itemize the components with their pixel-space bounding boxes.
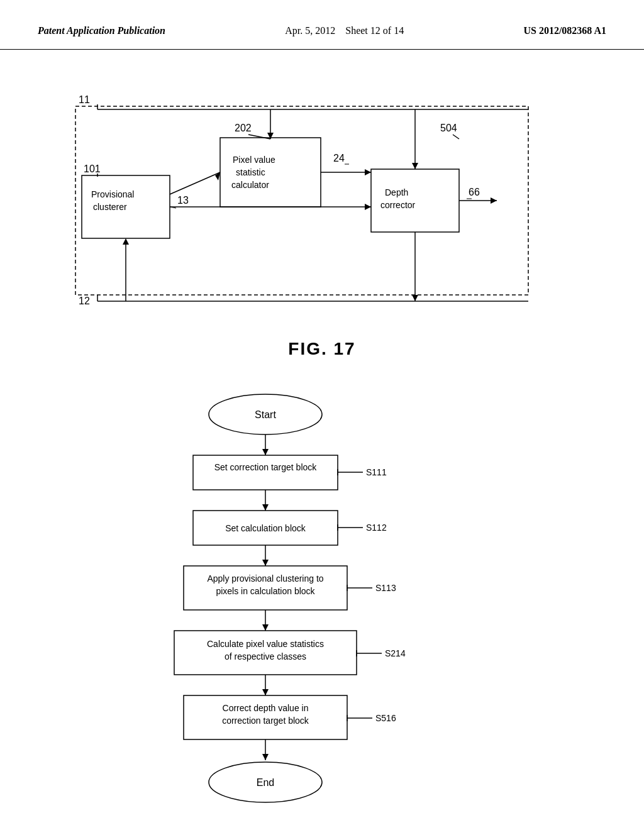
page-header: Patent Application Publication Apr. 5, 2… bbox=[0, 0, 644, 50]
step3-line2: pixels in calculation block bbox=[216, 586, 315, 596]
label-11: 11 bbox=[79, 94, 90, 105]
date-text: Apr. 5, 2012 bbox=[285, 25, 335, 36]
end-label: End bbox=[257, 777, 274, 788]
svg-text:clusterer: clusterer bbox=[93, 202, 127, 212]
s214-label: S214 bbox=[385, 648, 406, 658]
step2-label: Set calculation block bbox=[225, 523, 306, 533]
patent-number: US 2012/082368 A1 bbox=[523, 25, 606, 36]
publication-text: Patent Application Publication bbox=[38, 25, 165, 36]
s112-label: S112 bbox=[366, 523, 387, 533]
svg-marker-51 bbox=[262, 624, 269, 631]
svg-line-19 bbox=[170, 172, 220, 194]
sheet-text: Sheet 12 of 14 bbox=[345, 25, 404, 36]
fig17-svg: 11 12 Provisional clusterer 101 Pixel va… bbox=[0, 69, 644, 333]
svg-marker-23 bbox=[365, 169, 371, 175]
fig18-svg: Start Set correction target block S111 S… bbox=[102, 383, 542, 830]
step5-line2: correction target block bbox=[222, 716, 309, 726]
svg-line-13 bbox=[248, 135, 270, 139]
svg-marker-18 bbox=[365, 204, 371, 210]
publication-label: Patent Application Publication bbox=[38, 25, 165, 36]
patent-number-text: US 2012/082368 A1 bbox=[523, 25, 606, 36]
svg-marker-31 bbox=[491, 197, 497, 204]
svg-marker-36 bbox=[262, 449, 269, 455]
label-24: 24 bbox=[333, 153, 345, 163]
fig18-diagram: Start Set correction target block S111 S… bbox=[0, 383, 644, 830]
svg-marker-61 bbox=[262, 754, 269, 760]
step1-label: Set correction target block bbox=[214, 462, 318, 472]
fig17-label: FIG. 17 bbox=[0, 339, 644, 359]
start-label: Start bbox=[255, 409, 276, 420]
svg-marker-33 bbox=[412, 295, 418, 301]
svg-text:corrector: corrector bbox=[380, 200, 416, 210]
fig17-diagram: 11 12 Provisional clusterer 101 Pixel va… bbox=[0, 69, 644, 370]
s516-label: S516 bbox=[375, 713, 396, 723]
s113-label: S113 bbox=[375, 583, 396, 593]
label-66: 66 bbox=[469, 187, 480, 197]
step4-line2: of respective classes bbox=[225, 651, 306, 661]
label-504: 504 bbox=[440, 123, 457, 133]
date-sheet: Apr. 5, 2012 Sheet 12 of 14 bbox=[285, 25, 404, 36]
step5-line1: Correct depth value in bbox=[223, 703, 309, 713]
label-101: 101 bbox=[84, 163, 101, 174]
step4-line1: Calculate pixel value statistics bbox=[207, 639, 324, 649]
svg-marker-46 bbox=[262, 560, 269, 566]
depth-corrector-label: Depth bbox=[385, 187, 408, 197]
svg-marker-28 bbox=[412, 163, 418, 169]
svg-marker-56 bbox=[262, 689, 269, 695]
svg-rect-10 bbox=[220, 138, 321, 207]
provisional-clusterer-label: Provisional bbox=[91, 189, 134, 199]
step3-line1: Apply provisional clustering to bbox=[207, 573, 323, 584]
s111-label: S111 bbox=[366, 467, 387, 477]
svg-marker-8 bbox=[123, 238, 129, 245]
svg-marker-41 bbox=[262, 504, 269, 511]
pixel-value-stat-label: Pixel value bbox=[233, 155, 275, 165]
svg-line-26 bbox=[453, 135, 459, 139]
svg-text:statistic: statistic bbox=[236, 167, 265, 177]
label-13: 13 bbox=[177, 195, 189, 206]
svg-text:calculator: calculator bbox=[231, 180, 269, 190]
label-12: 12 bbox=[79, 296, 90, 306]
label-202: 202 bbox=[235, 123, 252, 133]
svg-rect-37 bbox=[193, 455, 338, 490]
